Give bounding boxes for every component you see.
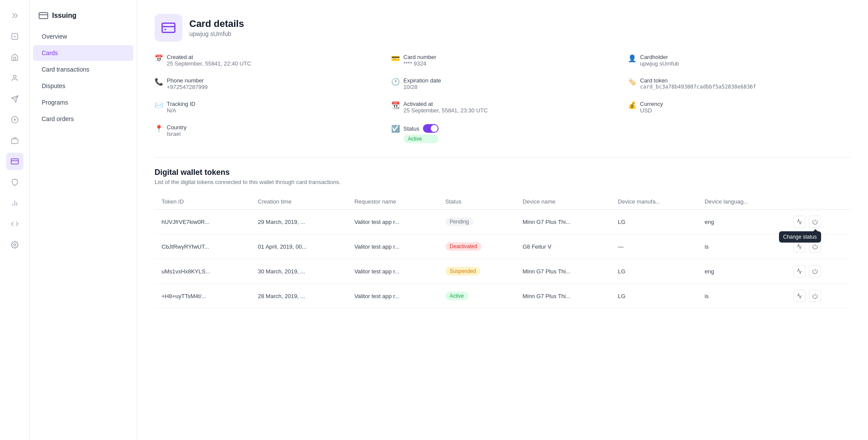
device-lang-cell: is bbox=[698, 234, 786, 259]
detail-cardholder: 👤 Cardholder upwjug sUmfub bbox=[628, 54, 851, 67]
created-at-value: 25 September, 55841, 22:40 UTC bbox=[167, 60, 251, 67]
icon-check[interactable] bbox=[6, 28, 23, 45]
detail-country: 📍 Country Israel bbox=[155, 124, 377, 143]
icon-plus-circle[interactable] bbox=[6, 111, 23, 128]
divider bbox=[155, 157, 851, 158]
activity-button[interactable] bbox=[793, 290, 805, 302]
detail-created-at: 📅 Created at 25 September, 55841, 22:40 … bbox=[155, 54, 377, 67]
power-button[interactable] bbox=[809, 290, 821, 302]
status-cell: Active bbox=[439, 284, 516, 309]
sidebar-item-card-orders[interactable]: Card orders bbox=[33, 111, 133, 127]
device-manuf-cell: — bbox=[611, 234, 698, 259]
power-button[interactable] bbox=[809, 265, 821, 277]
mail-icon: ✉️ bbox=[155, 101, 163, 109]
table-column-header: Device languag... bbox=[698, 194, 786, 210]
sidebar-item-programs[interactable]: Programs bbox=[33, 95, 133, 110]
cardholder-value: upwjug sUmfub bbox=[640, 60, 679, 67]
phone-icon: 📞 bbox=[155, 78, 163, 86]
card-page-title: Card details bbox=[189, 18, 244, 30]
tooltip-container: Change status bbox=[809, 216, 821, 228]
icon-send[interactable] bbox=[6, 90, 23, 108]
country-value: Israel bbox=[167, 131, 187, 137]
table-header-row: Token IDCreation timeRequestor nameStatu… bbox=[155, 194, 851, 210]
cardholder-label: Cardholder bbox=[640, 54, 679, 60]
icon-briefcase[interactable] bbox=[6, 132, 23, 149]
icon-shield[interactable] bbox=[6, 174, 23, 191]
card-token-value: card_bc3a78b493807cadbbf5a52838e6836f bbox=[640, 84, 756, 90]
table-row: uMs1vxHx8KYLS...30 March, 2019, ...Valit… bbox=[155, 259, 851, 284]
status-badge: Deactivated bbox=[446, 242, 482, 251]
device-name-cell: G8 Feitur V bbox=[515, 234, 611, 259]
icon-code[interactable] bbox=[6, 215, 23, 233]
table-column-actions bbox=[786, 194, 851, 210]
activity-button[interactable] bbox=[793, 216, 805, 228]
currency-value: USD bbox=[640, 107, 663, 114]
digital-wallet-section: Digital wallet tokens List of the digita… bbox=[155, 168, 851, 309]
activity-button[interactable] bbox=[793, 265, 805, 277]
calendar2-icon: 📆 bbox=[391, 101, 400, 109]
table-column-header: Device name bbox=[515, 194, 611, 210]
table-row: +H8+uyTTsM4t/...28 March, 2019, ...Valit… bbox=[155, 284, 851, 309]
detail-card-number: 💳 Card number **** 9324 bbox=[391, 54, 614, 67]
status-toggle[interactable] bbox=[423, 124, 439, 133]
token-id-cell: hUVJfrVE7kiw0R... bbox=[155, 210, 251, 234]
activated-at-label: Activated at bbox=[403, 101, 488, 107]
status-cell: Deactivated bbox=[439, 234, 516, 259]
card-title-group: Card details upwjug sUmfub bbox=[189, 18, 244, 37]
currency-label: Currency bbox=[640, 101, 663, 107]
creation-time-cell: 30 March, 2019, ... bbox=[251, 259, 347, 284]
card-name: upwjug sUmfub bbox=[189, 30, 244, 37]
detail-card-token: 🏷️ Card token card_bc3a78b493807cadbbf5a… bbox=[628, 77, 851, 90]
sidebar-item-card-transactions[interactable]: Card transactions bbox=[33, 62, 133, 77]
detail-phone: 📞 Phone number +972547287999 bbox=[155, 77, 377, 90]
table-column-header: Creation time bbox=[251, 194, 347, 210]
action-icons bbox=[793, 265, 844, 277]
svg-rect-14 bbox=[39, 13, 48, 19]
device-name-cell: Minn G7 Plus Thi... bbox=[515, 210, 611, 234]
status-cell: Suspended bbox=[439, 259, 516, 284]
credit-card-icon: 💳 bbox=[391, 54, 400, 62]
sidebar-title: Issuing bbox=[52, 12, 76, 20]
icon-user[interactable] bbox=[6, 69, 23, 87]
phone-label: Phone number bbox=[167, 77, 208, 84]
token-id-cell: +H8+uyTTsM4t/... bbox=[155, 284, 251, 309]
status-checkbox-icon: ☑️ bbox=[391, 125, 400, 133]
table-row: CbJtRwyRYfwUT...01 April, 2019, 00...Val… bbox=[155, 234, 851, 259]
action-icons: Change status bbox=[793, 216, 844, 228]
power-button[interactable] bbox=[809, 216, 821, 228]
icon-card[interactable] bbox=[6, 153, 23, 170]
tokens-table: Token IDCreation timeRequestor nameStatu… bbox=[155, 194, 851, 309]
status-badge: Suspended bbox=[446, 267, 481, 276]
clock-icon: 🕐 bbox=[391, 78, 400, 86]
icon-bar bbox=[0, 0, 30, 440]
expiration-value: 10/28 bbox=[403, 84, 441, 90]
person-icon: 👤 bbox=[628, 54, 637, 62]
icon-chart[interactable] bbox=[6, 194, 23, 212]
card-detail-icon bbox=[162, 21, 175, 35]
device-lang-cell: eng bbox=[698, 210, 786, 234]
table-column-header: Device manufa... bbox=[611, 194, 698, 210]
icon-expand[interactable] bbox=[6, 7, 23, 24]
tracking-value: N/A bbox=[167, 107, 195, 114]
svg-point-1 bbox=[13, 75, 16, 78]
card-number-value: **** 9324 bbox=[403, 60, 436, 67]
change-status-tooltip: Change status bbox=[779, 231, 821, 243]
status-cell: Pending bbox=[439, 210, 516, 234]
card-number-label: Card number bbox=[403, 54, 436, 60]
card-details-grid: 📅 Created at 25 September, 55841, 22:40 … bbox=[155, 54, 851, 143]
svg-rect-16 bbox=[162, 23, 175, 32]
detail-tracking: ✉️ Tracking ID N/A bbox=[155, 101, 377, 114]
icon-settings[interactable] bbox=[6, 236, 23, 253]
table-column-header: Requestor name bbox=[347, 194, 438, 210]
tokens-table-header: Token IDCreation timeRequestor nameStatu… bbox=[155, 194, 851, 210]
token-id-cell: CbJtRwyRYfwUT... bbox=[155, 234, 251, 259]
sidebar-item-overview[interactable]: Overview bbox=[33, 29, 133, 44]
detail-activated-at: 📆 Activated at 25 September, 55841, 23:3… bbox=[391, 101, 614, 114]
svg-rect-8 bbox=[11, 159, 18, 164]
created-at-label: Created at bbox=[167, 54, 251, 60]
sidebar-item-disputes[interactable]: Disputes bbox=[33, 78, 133, 94]
status-label: Status bbox=[403, 125, 419, 132]
icon-home[interactable] bbox=[6, 49, 23, 66]
sidebar-item-cards[interactable]: Cards bbox=[33, 45, 133, 61]
creation-time-cell: 01 April, 2019, 00... bbox=[251, 234, 347, 259]
